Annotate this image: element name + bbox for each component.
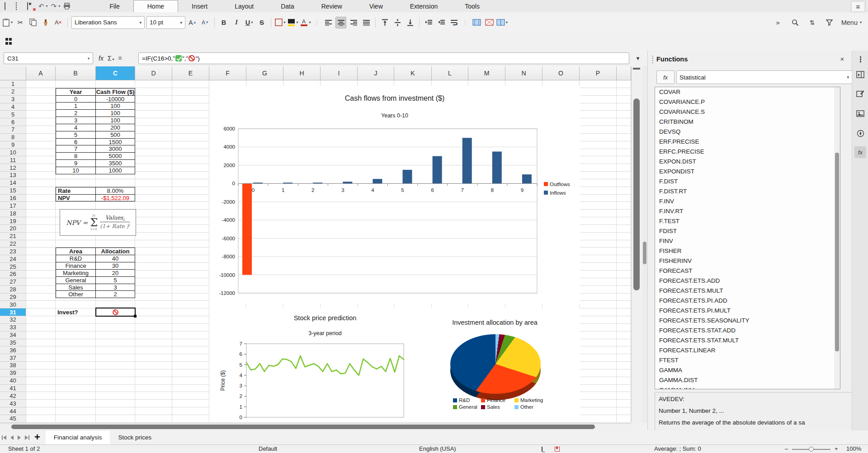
function-item[interactable]: COVARIANCE.S bbox=[655, 107, 840, 117]
row-header-37[interactable]: 37 bbox=[0, 354, 26, 362]
row-header-39[interactable]: 39 bbox=[0, 369, 26, 377]
column-header-C[interactable]: C bbox=[96, 66, 135, 80]
align-center-icon[interactable] bbox=[335, 17, 346, 28]
sheet-cell[interactable]: 30 bbox=[96, 262, 135, 270]
function-item[interactable]: EXPON.DIST bbox=[655, 157, 840, 167]
sheet-cell[interactable]: General bbox=[56, 277, 96, 284]
align-top-icon[interactable] bbox=[379, 17, 390, 28]
row-header-40[interactable]: 40 bbox=[0, 377, 26, 385]
grid-areas-icon[interactable] bbox=[5, 38, 14, 46]
column-header-B[interactable]: B bbox=[56, 66, 96, 80]
sheet-cell[interactable]: 7 bbox=[56, 145, 96, 153]
function-item[interactable]: CRITBINOM bbox=[655, 117, 840, 127]
sheet-cell[interactable]: 10 bbox=[56, 167, 96, 174]
clear-formatting-icon[interactable]: A✕ bbox=[53, 17, 64, 28]
column-header-D[interactable]: D bbox=[135, 66, 172, 80]
function-item[interactable]: FORECAST.ETS.STAT.ADD bbox=[655, 326, 840, 336]
expand-formula-bar-icon[interactable]: ▼ bbox=[632, 54, 644, 62]
toolbar-overflow-button[interactable]: » bbox=[773, 17, 783, 28]
menu-tab-home[interactable]: Home bbox=[133, 0, 178, 12]
sort-icon[interactable]: ⇅ bbox=[807, 17, 818, 28]
menu-tab-tools[interactable]: Tools bbox=[451, 0, 493, 12]
column-header-O[interactable]: O bbox=[542, 66, 580, 80]
row-header-2[interactable]: 2 bbox=[0, 88, 26, 96]
align-left-icon[interactable] bbox=[323, 17, 334, 28]
row-header-43[interactable]: 43 bbox=[0, 400, 26, 407]
column-header-J[interactable]: J bbox=[358, 66, 394, 80]
function-item[interactable]: GAMMA.DIST bbox=[655, 375, 840, 385]
invest-label-cell[interactable]: Invest? bbox=[56, 308, 96, 316]
unmerge-cells-icon[interactable]: ▾ bbox=[496, 17, 508, 28]
row-header-4[interactable]: 4 bbox=[0, 103, 26, 111]
sidebar-settings-icon[interactable] bbox=[854, 53, 866, 65]
sheet-cell[interactable]: 5 bbox=[56, 131, 96, 139]
sheet-cell[interactable]: 20 bbox=[96, 270, 135, 277]
italic-button[interactable]: I bbox=[231, 17, 242, 28]
function-item[interactable]: COVARIANCE.P bbox=[655, 97, 840, 107]
first-sheet-icon[interactable] bbox=[0, 433, 8, 442]
sheet-cell[interactable]: 40 bbox=[96, 255, 135, 262]
zoom-in-button[interactable]: + bbox=[835, 445, 838, 452]
navigator-deck-icon[interactable] bbox=[854, 127, 866, 139]
row-header-8[interactable]: 8 bbox=[0, 134, 26, 141]
menu-tab-view[interactable]: View bbox=[356, 0, 396, 12]
cut-icon[interactable]: ✂ bbox=[15, 17, 26, 28]
copy-icon[interactable] bbox=[28, 17, 38, 28]
function-item[interactable]: COVAR bbox=[655, 87, 840, 97]
row-header-20[interactable]: 20 bbox=[0, 225, 26, 233]
sheet-cell[interactable]: Area bbox=[56, 248, 96, 255]
sheet-cell[interactable]: 100 bbox=[96, 103, 135, 110]
sheet-cell[interactable]: 200 bbox=[96, 124, 135, 131]
npv-formula-image[interactable]: NPV = N Σ i=0 Valuesi (1+ Rate )i bbox=[60, 209, 136, 236]
selected-cell-c31[interactable] bbox=[95, 308, 136, 317]
sidebar-close-icon[interactable]: × bbox=[838, 54, 847, 63]
row-header-16[interactable]: 16 bbox=[0, 195, 26, 202]
column-header-E[interactable]: E bbox=[172, 66, 209, 80]
column-header-A[interactable]: A bbox=[26, 66, 56, 80]
row-header-11[interactable]: 11 bbox=[0, 156, 26, 164]
wrap-text-icon[interactable] bbox=[448, 17, 459, 28]
function-item[interactable]: FTEST bbox=[655, 355, 840, 365]
menu-tab-layout[interactable]: Layout bbox=[221, 0, 267, 12]
clone-formatting-icon[interactable] bbox=[40, 17, 51, 28]
row-header-45[interactable]: 45 bbox=[0, 415, 26, 423]
sheet-cell[interactable]: 5000 bbox=[96, 153, 135, 160]
new-document-icon[interactable] bbox=[5, 3, 13, 10]
column-header-M[interactable]: M bbox=[468, 66, 505, 80]
save-icon[interactable] bbox=[27, 3, 35, 10]
sheet-cell[interactable]: 1000 bbox=[96, 167, 135, 174]
sheet-cell[interactable]: 0 bbox=[56, 96, 96, 103]
function-item[interactable]: F.INV.RT bbox=[655, 206, 840, 216]
row-header-34[interactable]: 34 bbox=[0, 332, 26, 339]
indent-decrease-icon[interactable] bbox=[436, 17, 447, 28]
function-item[interactable]: FORECAST bbox=[655, 266, 840, 276]
column-header-partial[interactable] bbox=[617, 66, 631, 80]
function-item[interactable]: F.TEST bbox=[655, 216, 840, 226]
row-header-29[interactable]: 29 bbox=[0, 294, 26, 301]
column-header-K[interactable]: K bbox=[394, 66, 432, 80]
year-cashflow-table[interactable]: YearCash Flow ($)0-100001100210031004200… bbox=[56, 88, 135, 174]
row-header-14[interactable]: 14 bbox=[0, 179, 26, 187]
properties-deck-icon[interactable] bbox=[854, 69, 866, 80]
function-item[interactable]: ERFC.PRECISE bbox=[655, 147, 840, 157]
column-header-P[interactable]: P bbox=[580, 66, 617, 80]
find-icon[interactable] bbox=[790, 17, 801, 28]
column-header-F[interactable]: F bbox=[209, 66, 246, 80]
menu-tab-insert[interactable]: Insert bbox=[178, 0, 221, 12]
redo-dropdown-icon[interactable]: ▾ bbox=[58, 4, 60, 8]
function-item[interactable]: FISHER bbox=[655, 246, 840, 256]
function-item[interactable]: GAMMA bbox=[655, 365, 840, 375]
sheet-cell[interactable]: Other bbox=[56, 291, 96, 298]
grow-font-icon[interactable]: A▲ bbox=[187, 17, 198, 28]
function-item[interactable]: FORECAST.ETS.STAT.MULT bbox=[655, 336, 840, 346]
indent-increase-icon[interactable] bbox=[423, 17, 434, 28]
function-item[interactable]: FORECAST.ETS.PI.MULT bbox=[655, 306, 840, 316]
menu-tab-data[interactable]: Data bbox=[267, 0, 308, 12]
row-header-33[interactable]: 33 bbox=[0, 324, 26, 332]
column-header-G[interactable]: G bbox=[246, 66, 283, 80]
row-header-18[interactable]: 18 bbox=[0, 210, 26, 217]
horizontal-scrollbar-thumb[interactable] bbox=[11, 425, 595, 429]
sheet-cell[interactable]: 4 bbox=[56, 124, 96, 131]
function-item[interactable]: GAMMA.INV bbox=[655, 385, 840, 389]
function-list[interactable]: COVARCOVARIANCE.PCOVARIANCE.SCRITBINOMDE… bbox=[655, 87, 840, 389]
